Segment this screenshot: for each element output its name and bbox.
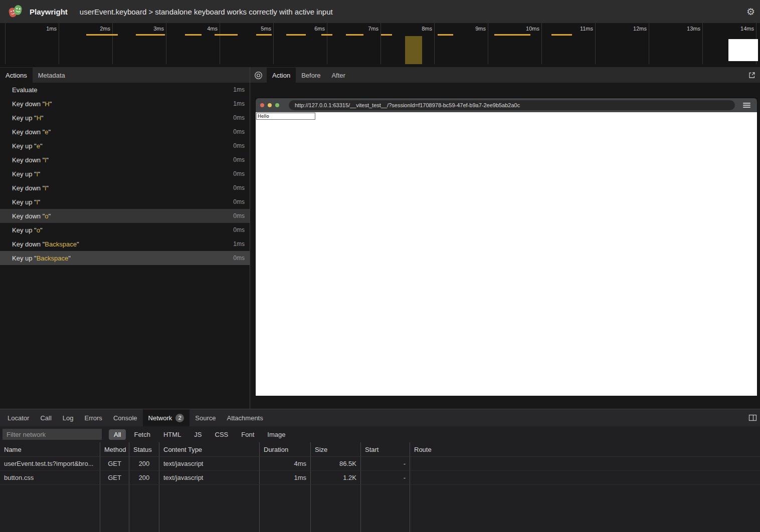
network-cell: -: [361, 457, 410, 471]
action-key-value: l: [45, 156, 46, 164]
network-column-header[interactable]: Content Type: [159, 442, 260, 457]
tab-locator[interactable]: Locator: [2, 409, 35, 426]
chip-js[interactable]: JS: [189, 429, 207, 440]
tab-label: Errors: [84, 414, 102, 422]
action-row[interactable]: Key up "o"0ms: [0, 223, 250, 237]
action-row[interactable]: Key down "e"0ms: [0, 125, 250, 139]
tab-source[interactable]: Source: [189, 409, 221, 426]
timeline-activity-bar: [256, 34, 272, 36]
chip-font[interactable]: Font: [236, 429, 259, 440]
tab-attachments[interactable]: Attachments: [221, 409, 268, 426]
action-duration: 0ms: [233, 198, 245, 205]
action-row[interactable]: Key down "l"0ms: [0, 153, 250, 167]
timeline-gridline: [112, 23, 113, 64]
browser-menu-icon[interactable]: [743, 103, 750, 108]
chip-all[interactable]: All: [109, 429, 126, 440]
timeline-gridline: [541, 23, 542, 64]
tab-action[interactable]: Action: [267, 68, 296, 83]
tab-console[interactable]: Console: [108, 409, 143, 426]
network-column-header[interactable]: Start: [361, 442, 410, 457]
action-duration: 1ms: [233, 100, 245, 107]
network-cell: [410, 457, 760, 471]
split-view-icon[interactable]: [748, 409, 757, 426]
action-title: Key down "H": [12, 100, 52, 108]
network-column-header[interactable]: Size: [311, 442, 361, 457]
network-cell: text/javascript: [159, 471, 260, 485]
timeline-tick-label: 5ms: [242, 26, 271, 32]
network-column-header[interactable]: Route: [410, 442, 760, 457]
timeline-film-thumbnail[interactable]: [728, 39, 758, 61]
network-row[interactable]: button.cssGET200text/javascript1ms1.2K-: [0, 471, 760, 485]
filter-network-input[interactable]: [3, 429, 102, 440]
tab-before[interactable]: Before: [296, 68, 326, 83]
timeline-gridline: [488, 23, 488, 64]
tab-actions[interactable]: Actions: [0, 68, 33, 83]
address-bar: http://127.0.0.1:63315/__vitest_test__/?…: [289, 100, 735, 110]
network-table: NameMethodStatusContent TypeDurationSize…: [0, 442, 760, 532]
snapshot-text-input[interactable]: [256, 113, 315, 120]
action-duration: 0ms: [233, 226, 245, 233]
browser-snapshot: http://127.0.0.1:63315/__vitest_test__/?…: [256, 98, 757, 396]
action-duration: 0ms: [233, 212, 245, 219]
network-cell: 200: [129, 471, 159, 485]
tab-label: Call: [40, 414, 51, 422]
network-column-header[interactable]: Status: [129, 442, 159, 457]
action-duration: 0ms: [233, 114, 245, 121]
timeline-gridline: [166, 23, 166, 64]
timeline-tick-label: 8ms: [403, 26, 432, 32]
action-key-value: Backspace: [45, 240, 77, 248]
action-duration: 0ms: [233, 128, 245, 135]
timeline-tick-label: 4ms: [188, 26, 218, 32]
network-header-row: NameMethodStatusContent TypeDurationSize…: [0, 442, 760, 457]
tab-metadata[interactable]: Metadata: [33, 68, 71, 83]
action-row[interactable]: Key up "H"0ms: [0, 111, 250, 125]
action-key-value: Backspace: [37, 254, 69, 262]
action-row[interactable]: Key down "l"0ms: [0, 181, 250, 195]
action-key-value: e: [45, 128, 48, 136]
timeline-activity-bar: [551, 34, 572, 36]
open-snapshot-external-icon[interactable]: [744, 68, 760, 83]
network-cell: 86.5K: [311, 457, 361, 471]
tab-errors[interactable]: Errors: [79, 409, 107, 426]
action-row[interactable]: Evaluate1ms: [0, 83, 250, 97]
action-duration: 0ms: [233, 142, 245, 149]
action-row[interactable]: Key up "l"0ms: [0, 167, 250, 181]
network-table-empty-area: [0, 485, 760, 532]
action-duration: 0ms: [233, 254, 245, 261]
tab-network[interactable]: Network2: [143, 409, 190, 426]
action-row[interactable]: Key down "Backspace"1ms: [0, 237, 250, 251]
action-row[interactable]: Key up "e"0ms: [0, 139, 250, 153]
network-column-header[interactable]: Duration: [260, 442, 311, 457]
settings-gear-icon[interactable]: ⚙: [746, 0, 755, 23]
timeline[interactable]: 1ms2ms3ms4ms5ms6ms7ms8ms9ms10ms11ms12ms1…: [0, 23, 760, 68]
timeline-gridline: [220, 23, 220, 64]
tab-call[interactable]: Call: [35, 409, 57, 426]
chip-html[interactable]: HTML: [158, 429, 186, 440]
timeline-gridline: [273, 23, 274, 64]
tab-label: Console: [113, 414, 137, 422]
action-row[interactable]: Key up "Backspace"0ms: [0, 251, 250, 265]
action-row[interactable]: Key down "o"0ms: [0, 209, 250, 223]
actions-panel: Actions Metadata Evaluate1msKey down "H"…: [0, 68, 250, 409]
network-column-header[interactable]: Name: [0, 442, 100, 457]
chip-css[interactable]: CSS: [210, 429, 234, 440]
action-row[interactable]: Key up "l"0ms: [0, 195, 250, 209]
timeline-activity-bar: [381, 34, 392, 36]
action-row[interactable]: Key down "H"1ms: [0, 97, 250, 111]
chip-image[interactable]: Image: [262, 429, 290, 440]
tab-log[interactable]: Log: [57, 409, 79, 426]
network-empty-cell: [260, 485, 311, 532]
network-row[interactable]: userEvent.test.ts?import&bro...GET200tex…: [0, 457, 760, 471]
timeline-gridline: [5, 23, 6, 64]
details-panel: LocatorCallLogErrorsConsoleNetwork2Sourc…: [0, 409, 760, 532]
chip-fetch[interactable]: Fetch: [129, 429, 155, 440]
pick-locator-target-icon[interactable]: [250, 68, 267, 83]
network-cell: button.css: [0, 471, 100, 485]
tab-after[interactable]: After: [326, 68, 350, 83]
network-column-header[interactable]: Method: [100, 442, 129, 457]
main-split: Actions Metadata Evaluate1msKey down "H"…: [0, 68, 760, 409]
timeline-activity-bar: [286, 34, 306, 36]
action-title: Key up "l": [12, 198, 40, 206]
timeline-gridline: [702, 23, 703, 64]
traffic-light-red-icon: [260, 103, 264, 107]
